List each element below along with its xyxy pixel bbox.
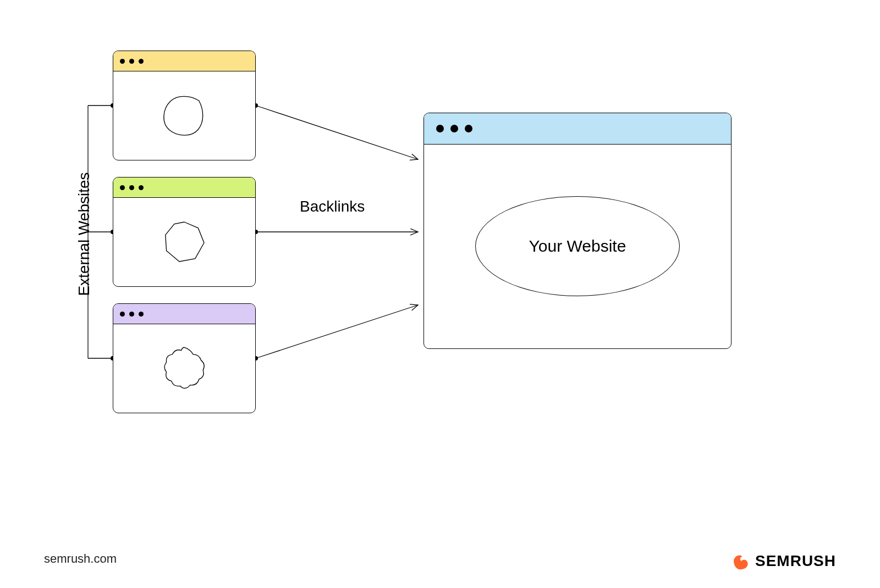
brand-text: SEMRUSH: [755, 552, 836, 570]
window-body: Your Website: [424, 144, 731, 348]
backlinks-label: Backlinks: [300, 198, 365, 215]
footer-url: semrush.com: [44, 552, 117, 566]
window-titlebar: [113, 177, 255, 198]
window-dot-icon: [139, 312, 144, 317]
your-website-label: Your Website: [529, 237, 626, 256]
diagram-stage: { "labels": { "external": "External Webs…: [0, 0, 880, 588]
blob-icon: [160, 217, 209, 267]
window-titlebar: [113, 51, 255, 71]
brand-logo: SEMRUSH: [731, 552, 836, 570]
your-website-ellipse: Your Website: [475, 196, 680, 296]
window-titlebar: [113, 304, 255, 324]
svg-line-12: [256, 305, 418, 358]
window-dot-icon: [436, 125, 444, 132]
window-dot-icon: [129, 185, 134, 190]
window-dot-icon: [120, 185, 125, 190]
window-dot-icon: [120, 59, 125, 64]
external-site-b: [113, 177, 256, 287]
window-body: [113, 197, 255, 286]
external-site-c: [113, 303, 256, 413]
window-body: [113, 324, 255, 413]
window-body: [113, 71, 255, 160]
window-dot-icon: [129, 312, 134, 317]
window-dot-icon: [450, 125, 458, 132]
blob-icon: [160, 343, 209, 393]
window-dot-icon: [129, 59, 134, 64]
window-titlebar: [424, 113, 731, 145]
external-websites-label: External Websites: [75, 172, 93, 296]
your-website-window: Your Website: [424, 113, 732, 349]
window-dot-icon: [139, 59, 144, 64]
window-dot-icon: [139, 185, 144, 190]
svg-line-8: [256, 106, 418, 159]
blob-icon: [160, 91, 209, 140]
external-site-a: [113, 51, 256, 160]
window-dot-icon: [465, 125, 472, 132]
flame-icon: [731, 552, 750, 570]
window-dot-icon: [120, 312, 125, 317]
